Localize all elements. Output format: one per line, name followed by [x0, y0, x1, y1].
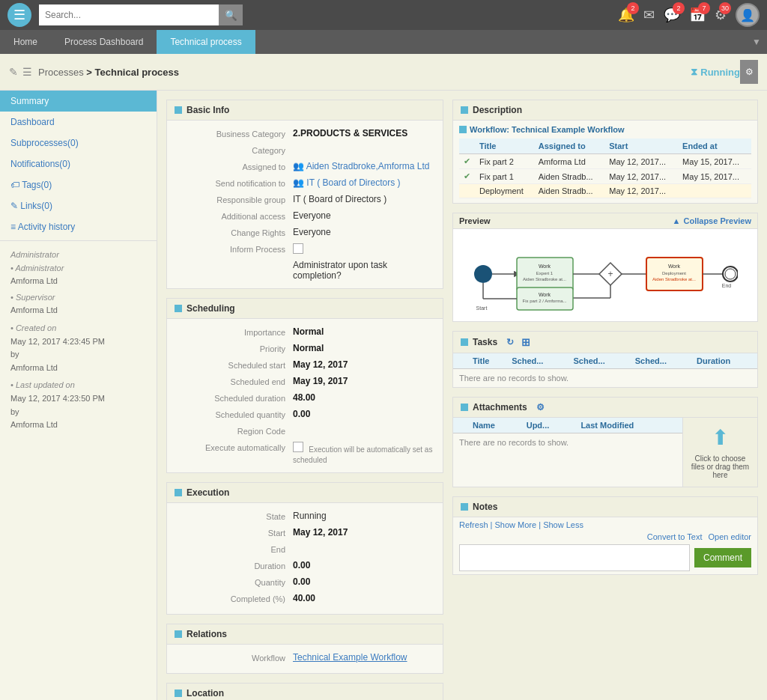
scheduling-body: Importance Normal Priority Normal Schedu…: [167, 319, 443, 472]
page-settings-icon[interactable]: ⚙: [740, 60, 758, 84]
sidebar-item-subprocesses[interactable]: Subprocesses(0): [0, 133, 157, 153]
tasks-add-icon[interactable]: ⊞: [521, 336, 530, 348]
collapse-preview-btn[interactable]: ▲ Collapse Preview: [673, 216, 751, 225]
col-sched2: Sched...: [569, 353, 631, 369]
relations-section: Relations Workflow Technical Example Wor…: [166, 624, 443, 674]
task-sublabel-2: Fix part 2 / Amforma...: [522, 299, 566, 303]
attachments-table: Name Upd... Last Modified: [453, 418, 682, 433]
sidebar-divider: [0, 240, 157, 241]
notifications-icon[interactable]: 🔔2: [618, 7, 634, 23]
description-body: Workflow: Technical Example Workflow Tit…: [453, 121, 757, 203]
assigned-icon: 👥: [293, 161, 306, 171]
execution-section: Execution State Running Start May 12, 20…: [166, 482, 443, 615]
upload-box[interactable]: ⬆ Click to choose files or drag them her…: [682, 418, 757, 487]
workflow-link[interactable]: Technical Example Workflow: [293, 652, 437, 663]
execute-auto-text: Execution will be automatically set as s…: [293, 445, 432, 464]
preview-section: Preview ▲ Collapse Preview: [452, 213, 758, 322]
col-ended: Ended at: [678, 139, 751, 154]
gear-badge: 30: [719, 2, 731, 14]
col-name: Name: [468, 418, 522, 433]
inform-process-checkbox[interactable]: [293, 243, 303, 254]
mail-icon[interactable]: ✉: [643, 7, 655, 23]
row-start: May 12, 2017...: [604, 154, 678, 169]
col-check: [459, 139, 475, 154]
field-value: Normal: [293, 326, 437, 337]
field-value: [293, 243, 437, 256]
top-bar: ☰ 🔍 🔔2 ✉ 💬2 📅7 ⚙30 👤: [0, 0, 767, 30]
top-bar-icons: 🔔2 ✉ 💬2 📅7 ⚙30 👤: [618, 3, 760, 27]
section-dot: [461, 404, 468, 411]
field-value: May 12, 2017: [293, 359, 437, 370]
section-dot: [175, 305, 182, 312]
menu-icon[interactable]: ☰: [22, 66, 32, 78]
attachments-table-area: Name Upd... Last Modified There are no r…: [453, 418, 682, 487]
form-row: State Running: [167, 509, 443, 526]
notes-show-less[interactable]: Show Less: [543, 520, 583, 529]
menu-dropdown-icon[interactable]: ▼: [752, 37, 767, 47]
field-label: Scheduled duration: [173, 392, 293, 403]
scheduling-header: Scheduling: [167, 299, 443, 319]
avatar[interactable]: 👤: [736, 3, 760, 27]
row-start: May 12, 2017...: [604, 184, 678, 198]
form-row: Priority Normal: [167, 341, 443, 358]
field-label: Inform Process: [173, 243, 293, 254]
panel-row: Basic Info Business Category 2.PRODUCTS …: [166, 100, 758, 700]
workflow-title: Workflow: Technical Example Workflow: [470, 125, 625, 134]
end-label: End: [722, 283, 732, 288]
sidebar-item-dashboard[interactable]: Dashboard: [0, 112, 157, 133]
search-button[interactable]: 🔍: [219, 4, 243, 25]
convert-to-text[interactable]: Convert to Text: [647, 532, 703, 541]
tasks-refresh-icon[interactable]: ↻: [506, 337, 514, 347]
menu-process-dashboard[interactable]: Process Dashboard: [51, 30, 157, 54]
admin-value: Amforma Ltd: [10, 276, 58, 285]
menu-home[interactable]: Home: [0, 30, 51, 54]
form-row: Additional access Everyone: [167, 209, 443, 225]
execute-auto-checkbox[interactable]: [293, 442, 303, 452]
sidebar-item-notifications[interactable]: Notifications(0): [0, 153, 157, 174]
notes-title: Notes: [473, 502, 497, 512]
breadcrumb-processes-link[interactable]: Processes: [38, 67, 84, 78]
history-icon: ≡: [10, 222, 18, 232]
open-editor[interactable]: Open editor: [709, 532, 751, 541]
notes-refresh[interactable]: Refresh: [459, 520, 488, 529]
field-value: 48.00: [293, 392, 437, 403]
form-row: Duration 0.00: [167, 559, 443, 575]
attachments-settings-icon[interactable]: ⚙: [536, 402, 545, 413]
col-duration: Duration: [692, 353, 757, 369]
sidebar-item-links[interactable]: ✎ Links(0): [0, 195, 157, 216]
notes-show-more[interactable]: Show More: [495, 520, 537, 529]
workflow-svg: Work Expert 1 Aiden Stradbroke at... +: [461, 237, 738, 311]
col-color: [453, 353, 468, 369]
col-title: Title: [475, 139, 534, 154]
field-label: Category: [173, 144, 293, 155]
chat-icon[interactable]: 💬2: [664, 7, 680, 23]
chat-badge: 2: [673, 2, 685, 14]
edit-icon[interactable]: ✎: [9, 66, 18, 78]
sidebar-meta: Administrator • Administrator Amforma Lt…: [0, 244, 157, 436]
sidebar-item-summary[interactable]: Summary: [0, 91, 157, 112]
field-label: Priority: [173, 343, 293, 353]
upload-icon: ⬆: [712, 425, 729, 450]
app-logo[interactable]: ☰: [7, 3, 31, 27]
col-upd: Upd...: [522, 418, 577, 433]
description-section: Description Workflow: Technical Example …: [452, 100, 758, 204]
chevron-up-icon: ▲: [673, 216, 681, 225]
tasks-table: Title Sched... Sched... Sched... Duratio…: [453, 353, 757, 369]
comment-button[interactable]: Comment: [694, 548, 751, 567]
field-value: IT ( Board of Directors ): [293, 194, 437, 204]
form-row: Workflow Technical Example Workflow: [167, 651, 443, 667]
field-value: 0.00: [293, 576, 437, 587]
row-assigned: Amforma Ltd: [534, 154, 604, 169]
basic-info-section: Basic Info Business Category 2.PRODUCTS …: [166, 100, 443, 289]
tasks-title: Tasks: [473, 337, 497, 347]
calendar-icon[interactable]: 📅7: [689, 7, 706, 23]
sidebar-item-tags[interactable]: 🏷 Tags(0): [0, 174, 157, 195]
menu-technical-process[interactable]: Technical process: [157, 30, 255, 54]
field-value: Execution will be automatically set as s…: [293, 442, 437, 465]
description-header: Description: [453, 100, 757, 121]
sidebar-item-activity-history[interactable]: ≡ Activity history: [0, 216, 157, 237]
notes-textarea[interactable]: [459, 544, 690, 571]
search-input[interactable]: [39, 4, 219, 25]
gear-icon[interactable]: ⚙30: [715, 7, 727, 23]
field-value: May 19, 2017: [293, 376, 437, 386]
